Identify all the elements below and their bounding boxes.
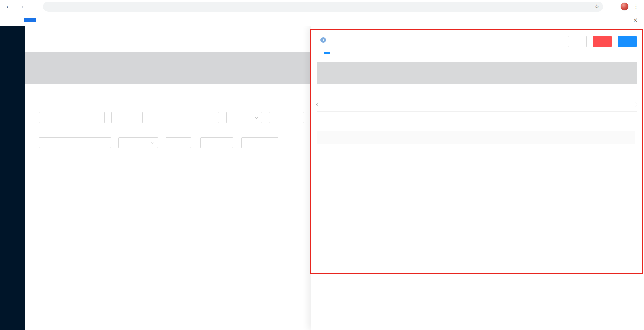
- browser-toolbar: ← → ☆ ⋮: [0, 0, 644, 13]
- screen: ← → ☆ ⋮ ×: [0, 0, 644, 330]
- tabs-scroll-left-icon[interactable]: [316, 102, 320, 107]
- stage-select[interactable]: [111, 112, 143, 123]
- product-select[interactable]: [166, 137, 191, 148]
- video-camera-icon[interactable]: [573, 4, 579, 10]
- info-icon[interactable]: i: [320, 37, 326, 43]
- trash-icon: [598, 39, 603, 44]
- owner-select[interactable]: [269, 112, 304, 123]
- omnibox-actions: ☆: [573, 4, 600, 10]
- share-icon[interactable]: [584, 4, 590, 10]
- infobar-close-icon[interactable]: ×: [632, 16, 639, 23]
- infobar-reload-button[interactable]: [24, 18, 36, 22]
- detail-delete-button[interactable]: [593, 36, 612, 47]
- sidebar: [0, 26, 25, 330]
- lead-detail-drawer: i: [311, 26, 644, 330]
- detail-call-button[interactable]: [618, 36, 637, 47]
- browser-actions: ⋮: [608, 2, 640, 11]
- lock-icon: [48, 4, 53, 9]
- crm-app: i: [0, 26, 644, 330]
- settings-infobar: ×: [0, 13, 644, 26]
- url-bar[interactable]: ☆: [43, 2, 603, 12]
- back-button[interactable]: ←: [4, 2, 13, 11]
- search-input[interactable]: [39, 112, 105, 123]
- newly-assigned-select[interactable]: [118, 137, 158, 148]
- mindx-logo[interactable]: [6, 32, 18, 44]
- call-table-header: [317, 131, 635, 144]
- date-range-picker[interactable]: [39, 137, 111, 148]
- side-panel-icon[interactable]: [610, 3, 616, 10]
- tabs-scroll-right-icon[interactable]: [633, 102, 637, 107]
- refresh-icon: [30, 4, 36, 9]
- search-icon: [96, 115, 101, 120]
- search-field[interactable]: [43, 115, 96, 120]
- browser-reload-button[interactable]: [28, 2, 38, 11]
- stage-bar: [317, 62, 637, 84]
- detail-reload-button[interactable]: [568, 36, 587, 47]
- leads-table-header: [39, 155, 330, 167]
- refresh-icon: [213, 140, 218, 145]
- profile-avatar[interactable]: [620, 2, 629, 11]
- clear-filters-button[interactable]: [241, 137, 278, 148]
- detail-subtitle-row: [317, 52, 330, 54]
- chevron-down-icon: [151, 141, 155, 144]
- collapse-menu-icon[interactable]: [34, 36, 40, 43]
- calendar-icon: [102, 140, 107, 145]
- detail-title: i: [317, 37, 326, 43]
- phone-icon: [623, 39, 628, 44]
- tuition-select[interactable]: [226, 112, 262, 123]
- reassign-badge[interactable]: [324, 52, 330, 54]
- refresh-icon: [573, 39, 578, 44]
- bookmark-star-icon[interactable]: ☆: [594, 4, 600, 9]
- channel-select[interactable]: [189, 112, 219, 123]
- refresh-button[interactable]: [200, 137, 233, 148]
- call-history-table: [317, 131, 635, 144]
- leads-table: [39, 155, 330, 167]
- status-select[interactable]: [149, 112, 181, 123]
- chevron-down-icon: [255, 116, 258, 119]
- settings-gear-icon: [6, 16, 12, 23]
- detail-tabs-row: [317, 100, 637, 112]
- detail-actions: [568, 36, 637, 47]
- call-list-refresh-icon[interactable]: [629, 118, 635, 124]
- forward-button[interactable]: →: [16, 2, 26, 11]
- browser-menu-icon[interactable]: ⋮: [633, 4, 639, 9]
- trash-icon: [256, 140, 261, 145]
